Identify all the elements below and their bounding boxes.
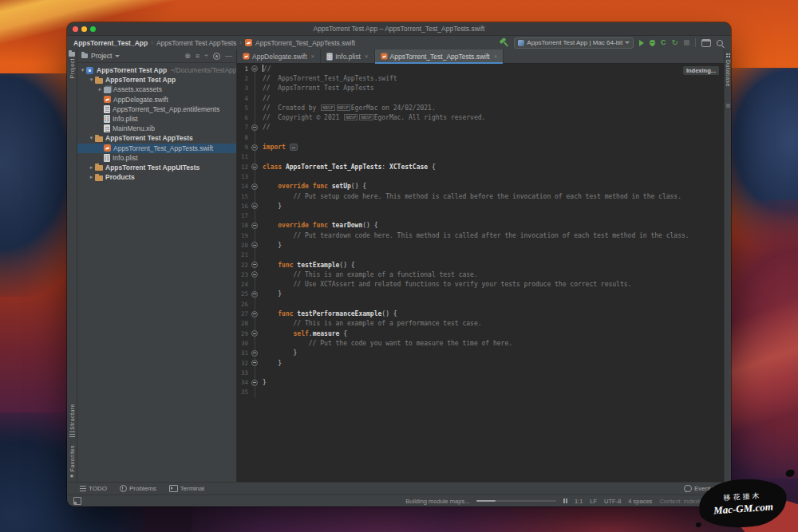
expand-all-button[interactable]: ÷ [204,53,208,60]
code-line[interactable]: 4// [237,93,724,103]
profile-button[interactable]: C [661,39,666,46]
sidebar-tab-structure[interactable]: Structure [69,404,75,437]
fold-column[interactable] [248,311,261,317]
fold-marker-icon[interactable] [251,242,258,248]
fold-marker-icon[interactable] [251,183,258,190]
toolwindow-toggle-icon[interactable] [73,497,81,505]
chevron-down-icon[interactable]: ▾ [88,135,95,141]
sidebar-tab-database[interactable]: Database [725,53,731,87]
fold-marker-icon[interactable] [251,350,258,357]
sidebar-tab-favorites[interactable]: Favorites ★ [69,445,75,479]
editor-tab[interactable]: AppDelegate.swift× [237,49,321,63]
code-line[interactable]: 24 // Use XCTAssert and related function… [237,280,724,290]
code-line[interactable]: 2// AppsTorrent_Test_AppTests.swift [237,73,724,83]
code-line[interactable]: 13 [237,171,724,181]
close-icon[interactable]: × [311,53,315,60]
caret-position[interactable]: 1:1 [575,498,583,505]
editor-tab[interactable]: Info.plist× [321,49,374,63]
terminal-button[interactable]: Terminal [169,485,204,492]
pause-build-icon[interactable] [563,499,567,503]
fold-column[interactable] [248,380,261,386]
fold-column[interactable] [248,203,261,209]
minimize-button[interactable] [81,26,87,32]
build-hammer-icon[interactable] [500,38,508,47]
code-line[interactable]: 26 [237,299,724,309]
tree-item[interactable]: ▾AppsTorrent Test AppTests [77,133,236,143]
fold-marker-icon[interactable] [251,262,258,268]
fold-marker-icon[interactable] [251,271,258,278]
code-line[interactable]: 21 [237,250,724,260]
code-line[interactable]: 12class AppsTorrent_Test_AppTests: XCTes… [237,162,724,171]
fold-column[interactable] [248,164,261,170]
fold-column[interactable] [248,350,261,357]
tree-item[interactable]: ▸Assets.xcassets [77,85,236,94]
coverage-button[interactable]: ↻ [672,39,678,47]
console-icon[interactable] [701,39,711,47]
line-separator-indicator[interactable]: LF [590,498,597,505]
code-line[interactable]: 16 } [237,201,724,211]
code-line[interactable]: 29 self.measure { [237,329,724,338]
fold-marker-icon[interactable] [251,164,258,170]
sidebar-tab-project[interactable]: Project [69,52,75,78]
tree-item[interactable]: AppsTorrent_Test_App.entitlements [77,104,236,114]
locate-file-button[interactable]: ⊗ [184,53,191,60]
chevron-right-icon[interactable]: ▸ [97,86,104,93]
fold-marker-icon[interactable] [251,124,258,131]
tree-item[interactable]: Info.plist [77,153,236,163]
fold-column[interactable] [248,65,261,72]
fold-column[interactable] [248,330,261,337]
fold-marker-icon[interactable] [251,330,258,337]
code-line[interactable]: 32 } [237,358,724,368]
hide-panel-button[interactable]: — [225,53,232,60]
fold-marker-icon[interactable] [251,380,258,386]
code-line[interactable]: 30 // Put the code you want to measure t… [237,338,724,348]
tree-item[interactable]: AppDelegate.swift [77,95,236,104]
code-line[interactable]: 19 // Put teardown code here. This metho… [237,231,724,240]
fold-column[interactable] [248,262,261,268]
code-line[interactable]: 35 [237,388,724,397]
code-line[interactable]: 25 } [237,290,724,299]
code-line[interactable]: 14 override func setUp() { [237,182,724,191]
fold-marker-icon[interactable] [251,65,258,72]
code-line[interactable]: 33 [237,368,724,377]
code-line[interactable]: 31 } [237,349,724,358]
editor-tab[interactable]: AppsTorrent_Test_AppTests.swift× [375,49,504,63]
indent-indicator[interactable]: 4 spaces [628,498,652,505]
gear-icon[interactable] [213,53,220,60]
code-line[interactable]: 11 [237,152,724,162]
fold-column[interactable] [248,242,261,248]
fold-marker-icon[interactable] [251,360,258,366]
fold-marker-icon[interactable] [251,203,258,209]
code-line[interactable]: 3// AppsTorrent Test AppTests [237,84,724,93]
fold-marker-icon[interactable] [251,223,258,229]
fold-column[interactable] [248,360,261,366]
collapse-all-button[interactable]: ≡ [196,53,200,60]
code-line[interactable]: 15 // Put setup code here. This method i… [237,191,724,201]
todo-button[interactable]: TODO [80,485,107,492]
fold-column[interactable] [248,124,261,131]
fold-marker-icon[interactable] [251,291,258,298]
fold-column[interactable] [248,223,261,229]
breadcrumb-group[interactable]: AppsTorrent Test AppTests [156,39,236,47]
code-line[interactable]: 20 } [237,240,724,250]
tree-item[interactable]: Info.plist [77,114,236,124]
code-line[interactable]: 7// [237,123,724,132]
fold-marker-icon[interactable] [251,311,258,317]
code-line[interactable]: 8 [237,132,724,142]
code-line[interactable]: 23 // This is an example of a functional… [237,270,724,279]
fold-column[interactable] [248,271,261,278]
close-icon[interactable]: × [494,53,498,60]
code-line[interactable]: 27 func testPerformanceExample() { [237,309,724,318]
code-line[interactable]: 9import … [237,142,724,152]
fold-column[interactable] [248,291,261,298]
folded-imports-box[interactable]: … [290,144,298,151]
close-button[interactable] [73,26,78,32]
code-line[interactable]: 6// Copyright © 2021 NBSPNBSPEgorMac. Al… [237,112,724,122]
code-line[interactable]: 5// Created by NBSPNBSPEgorMac on 24/02/… [237,103,724,112]
chevron-right-icon[interactable]: ▸ [88,164,95,171]
title-bar[interactable]: AppsTorrent Test App – AppsTorrent_Test_… [67,22,731,35]
chevron-down-icon[interactable]: ▾ [79,67,86,73]
chevron-down-icon[interactable] [115,55,120,57]
tree-item[interactable]: ▾AppsTorrent Test App [77,75,236,85]
breadcrumb-file[interactable]: AppsTorrent_Test_AppTests.swift [255,39,355,47]
